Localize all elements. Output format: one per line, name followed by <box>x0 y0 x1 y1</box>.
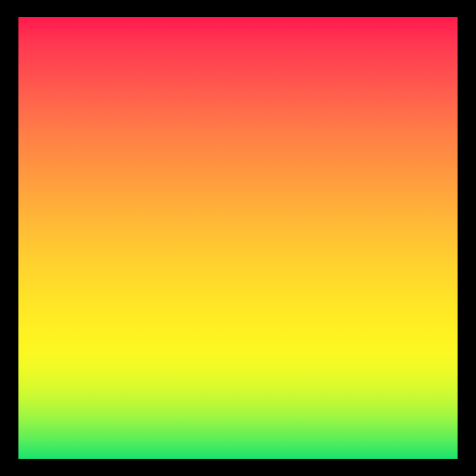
chart-stage <box>0 0 476 476</box>
plot-svg <box>0 0 476 476</box>
